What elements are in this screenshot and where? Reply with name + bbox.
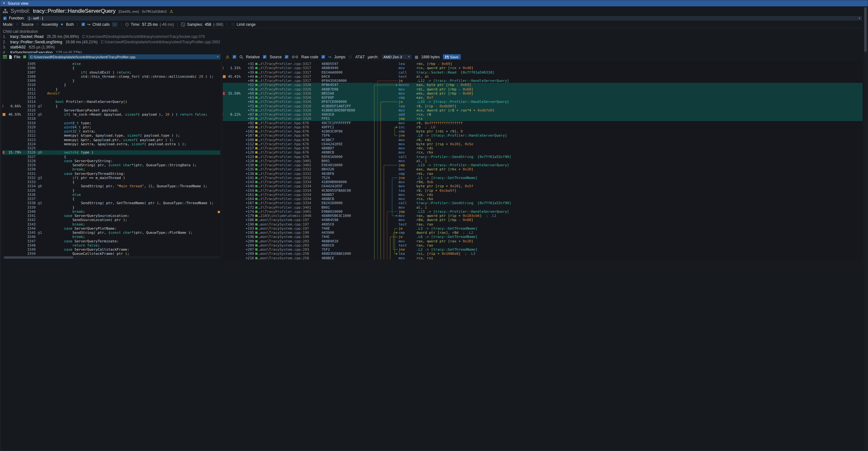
source-line[interactable]: 3346 break; — [3, 235, 220, 239]
asm-source-location[interactable]: …mon\TracySystem.cpp:203 — [258, 239, 321, 243]
asm-source-location[interactable]: …t\TracyProfiler.cpp:3334 — [258, 180, 321, 184]
scrollbar-handle[interactable] — [4, 257, 73, 259]
att-label[interactable]: AT&T — [355, 55, 365, 59]
source-label[interactable]: Source — [270, 55, 282, 59]
asm-source-location[interactable]: …t\TracyProfiler.cpp:3326 — [258, 113, 321, 117]
rawcode-checkbox[interactable] — [284, 55, 289, 59]
source-line[interactable]: 3350 QueueCallstackFrame( ptr ); — [3, 251, 220, 256]
source-line[interactable]: 3314 bool Profiler::HandleServerQuery() — [3, 100, 220, 104]
assembly-row[interactable]: +72…t\TracyProfiler.cpp:33264C8D05F146F2… — [223, 104, 863, 108]
assembly-row[interactable]: +154…t\TracyProfiler.cpp:33344C8D055FBA0… — [223, 188, 863, 193]
child-call-row[interactable]: 1.tracy::Socket::Read25.25 ms (54.89%)C:… — [3, 34, 862, 39]
assembly-row[interactable]: +56…t\TracyProfiler.cpp:3326488B7D98movr… — [223, 87, 863, 91]
asm-source-location[interactable]: …t\TracyProfiler.cpp:3326 — [258, 108, 321, 113]
asm-source-location[interactable]: …t\TracyProfiler.cpp:3317 — [258, 70, 321, 74]
asm-source-location[interactable]: …t\TracyProfiler.cpp:3326 — [258, 95, 321, 100]
source-line[interactable]: 3334@6 SendString( ptr, "Main thread", 1… — [3, 184, 220, 188]
assembly-row[interactable]: 0.22%+87…t\TracyProfiler.cpp:33264903C8a… — [223, 113, 863, 117]
asm-source-location[interactable]: …mon\TracySystem.cpp:197 — [258, 222, 321, 227]
asm-source-location[interactable]: …mon\TracySystem.cpp:197 — [258, 218, 321, 222]
assembly-row[interactable]: +99…t\TracyProfiler.hpp:67649FFC1incr9 ;… — [223, 125, 863, 129]
asm-source-location[interactable]: …t\TracyProfiler.cpp:3332 — [258, 176, 321, 180]
source-line[interactable]: 15.79%3326@9 switch( type ) — [3, 150, 220, 154]
source-line[interactable]: 3318 — [3, 117, 220, 121]
asm-source-location[interactable]: …mon\TracySystem.cpp:258 — [258, 251, 321, 256]
asm-source-location[interactable]: …t\TracyProfiler.hpp:676 — [258, 129, 321, 133]
asm-source-location[interactable]: …t\TracyProfiler.cpp:3326 — [258, 91, 321, 95]
source-line[interactable]: 3310 } — [3, 83, 220, 87]
file-list-icon[interactable] — [3, 55, 7, 59]
source-line[interactable]: 3322 memcpy( &type, &payload.type, sizeo… — [3, 133, 220, 138]
collapse-arrow-icon[interactable]: ▼ — [3, 2, 5, 5]
save-button[interactable]: Save — [443, 54, 461, 60]
assembly-row[interactable]: +39…t\TracyProfiler.cpp:3317E824AA0000ca… — [223, 70, 863, 74]
assembly-row[interactable]: +107…t\TracyProfiler.hpp:67675F6jne.L0 -… — [223, 133, 863, 138]
asm-source-location[interactable]: …t\TracyProfiler.cpp:3332 — [258, 172, 321, 176]
source-line[interactable]: 3342 SendSourceLocation( ptr ); — [3, 218, 220, 222]
asm-source-location[interactable]: …t\TracyProfiler.cpp:3326 — [258, 117, 321, 121]
uarch-selector[interactable]: AMD Zen 3 ▼ — [381, 54, 412, 60]
assembly-row[interactable]: +172…t\TracyProfiler.cpp:3401B001moval, … — [223, 205, 863, 210]
radio-both-label[interactable]: Both — [66, 22, 74, 27]
radio-assembly-label[interactable]: Assembly — [41, 22, 58, 27]
source-line[interactable]: 3340 break; — [3, 210, 220, 214]
radio-source-label[interactable]: Source — [21, 22, 33, 27]
assembly-row[interactable]: +195…mon\TracySystem.cpp:199443900cmpdwo… — [223, 231, 863, 235]
source-line[interactable]: 3341 case ServerQuerySourceLocation: — [3, 214, 220, 218]
child-call-row[interactable]: 3.stat64i32625 μs (1.36%) — [3, 44, 862, 50]
assembly-row[interactable]: +198…mon\TracySystem.cpp:199744Cje.L6 ->… — [223, 235, 863, 239]
assembly-row[interactable]: +149…t\TracyProfiler.cpp:3334C64424205Fm… — [223, 184, 863, 188]
asm-source-location[interactable]: …t\TracyProfiler.hpp:676 — [258, 133, 321, 138]
assembly-row[interactable]: +141…t\TracyProfiler.cpp:33327524jne.L1 … — [223, 176, 863, 180]
assembly-row[interactable]: +92…t\TracyProfiler.hpp:67649C7C1FFFFFFF… — [223, 121, 863, 125]
rawcode-label[interactable]: Raw code — [302, 55, 318, 59]
source-line[interactable]: 3347 case ServerQueryTerminate: — [3, 239, 220, 243]
assembly-row[interactable]: +123…t\TracyProfiler.hpp:676E850160000ca… — [223, 155, 863, 159]
assembly-row[interactable]: +209…mon\TracySystem.cpp:258488D35E88610… — [223, 251, 863, 256]
source-line[interactable]: 3345@1 SendString( ptr, (const char*)ptr… — [3, 231, 220, 235]
assembly-row[interactable]: +112…t\TracyProfiler.hpp:676C64424205Emo… — [223, 142, 863, 146]
assembly-row[interactable]: 45.41%+44…t\TracyProfiler.cpp:331784C0te… — [223, 74, 863, 79]
source-line[interactable]: 3329 SendString( ptr, (const char*)ptr, … — [3, 163, 220, 167]
asm-source-location[interactable]: …t\TracyProfiler.cpp:3401 — [258, 159, 321, 163]
assembly-row[interactable]: +31…t\TracyProfiler.cpp:3317488D5597lear… — [223, 62, 863, 66]
function-selector[interactable]: [ - self - ] ▼ — [26, 16, 862, 21]
assembly-row[interactable]: +186…mon\TracySystem.cpp:197448B4598movr… — [223, 218, 863, 222]
assembly-row[interactable]: +109…t\TracyProfiler.hpp:6764C8BC7movr8,… — [223, 138, 863, 142]
asm-source-location[interactable]: …t\TracyProfiler.cpp:3401 — [258, 163, 321, 167]
source-line[interactable]: 3336 else — [3, 193, 220, 197]
source-line[interactable]: 3324 memcpy( &extra, &payload.extra, siz… — [3, 142, 220, 146]
source-line[interactable]: 3319 uint8_t type; — [3, 121, 220, 125]
source-line[interactable]: 3331 case ServerQueryThreadString: — [3, 172, 220, 176]
att-checkbox[interactable] — [348, 55, 352, 59]
asm-source-location[interactable]: …mon\TracySystem.cpp:199 — [258, 235, 321, 239]
radio-source[interactable] — [15, 22, 20, 26]
assembly-row[interactable]: +193…mon\TracySystem.cpp:197740Eje.L3 ->… — [223, 227, 863, 231]
source-line[interactable]: 3321 uint32_t extra; — [3, 129, 220, 133]
asm-source-location[interactable]: …t\TracyProfiler.hpp:676 — [258, 125, 321, 129]
radio-assembly[interactable] — [35, 22, 39, 26]
assembly-row[interactable]: +117…t\TracyProfiler.hpp:676488BD7movrdx… — [223, 146, 863, 150]
source-checkbox[interactable] — [262, 55, 267, 59]
assembly-row[interactable]: +190…mon\TracySystem.cpp:1974885C0testra… — [223, 222, 863, 227]
asm-source-location[interactable]: …t\TracyProfiler.cpp:3317 — [258, 79, 321, 83]
asm-source-location[interactable]: …t\TracyProfiler.cpp:3334 — [258, 184, 321, 188]
source-line[interactable]: 3309 } — [3, 79, 220, 83]
source-line[interactable]: 3330 break; — [3, 167, 220, 171]
assembly-row[interactable]: +66…t\TracyProfiler.cpp:33260F87CE060000… — [223, 100, 863, 104]
assembly-row[interactable]: 15.50%+60…t\TracyProfiler.cpp:33268B55A0… — [223, 91, 863, 95]
child-calls-label[interactable]: Child calls — [92, 22, 110, 27]
assembly-row[interactable]: +90…t\TracyProfiler.cpp:3326FFE1jmprcx — [223, 117, 863, 121]
asm-source-location[interactable]: …t\TracyProfiler.cpp:3401 — [258, 205, 321, 210]
asm-source-location[interactable]: …t\TracyProfiler.cpp:3317 — [258, 62, 321, 66]
asm-source-location[interactable]: …t\TracyProfiler.cpp:3317 — [258, 66, 321, 70]
asm-source-location[interactable]: …t\TracyProfiler.cpp:3334 — [258, 193, 321, 197]
source-line[interactable]: 3312#endif — [3, 91, 220, 95]
asm-source-location[interactable]: …t\TracyProfiler.hpp:676 — [258, 142, 321, 146]
asm-source-location[interactable]: …mon\TracySystem.cpp:203 — [258, 247, 321, 251]
assembly-row[interactable]: +46…t\TracyProfiler.cpp:33170F8435020000… — [223, 79, 863, 83]
asm-source-location[interactable]: …mon\TracySystem.cpp:258 — [258, 256, 321, 260]
source-line[interactable]: 3327 { — [3, 155, 220, 159]
file-selector[interactable]: C:\Users\wolf\Desktop\darkrl\contrib\tra… — [28, 54, 221, 60]
source-line[interactable]: 3323 memcpy( &ptr, &payload.ptr, sizeof(… — [3, 138, 220, 142]
